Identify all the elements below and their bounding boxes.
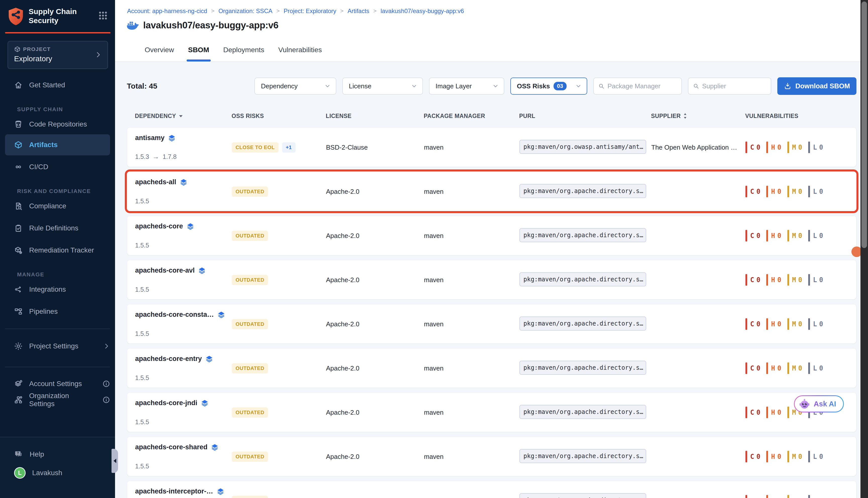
sidebar-item-organization-settings[interactable]: Organization Settings [0, 392, 115, 408]
vuln-critical: C0 [746, 318, 760, 330]
table-row[interactable]: apacheds-core-avl 1.5.5 OUTDATED Apache-… [127, 260, 856, 300]
license-value: Apache-2.0 [326, 276, 424, 284]
sidebar-item-label: Project Settings [29, 342, 78, 350]
app-title: Supply Chain Security [29, 7, 81, 25]
collapse-arrow-icon [114, 459, 116, 463]
purl-pill[interactable]: pkg:maven/org.apache.directory.s… [519, 184, 646, 198]
breadcrumb-organization[interactable]: Organization: SSCA [219, 8, 272, 15]
purl-pill[interactable]: pkg:maven/org.apache.directory.s… [519, 361, 646, 375]
purl-pill[interactable]: pkg:maven/org.apache.directory.s… [519, 449, 646, 463]
section-supply-chain: SUPPLY CHAIN [17, 106, 115, 113]
sidebar-item-code-repositories[interactable]: Code Repositories [0, 116, 115, 132]
risk-badge: OUTDATED [232, 363, 268, 374]
vuln-low: L0 [808, 186, 823, 197]
breadcrumb-artifact-name[interactable]: lavakush07/easy-buggy-app:v6 [380, 8, 464, 15]
table-row[interactable]: apacheds-interceptor-… 1.5.5 OUTDATED Ap… [127, 481, 856, 498]
dependency-name[interactable]: apacheds-core-avl [135, 266, 195, 274]
column-dependency[interactable]: DEPENDENCY [135, 113, 232, 119]
package-manager-value: maven [424, 320, 519, 328]
sidebar-item-rule-definitions[interactable]: Rule Definitions [0, 220, 115, 236]
app-switcher-grid-icon[interactable] [98, 11, 108, 22]
table-row[interactable]: apacheds-core-jndi 1.5.5 OUTDATED Apache… [127, 392, 856, 432]
license-value: Apache-2.0 [326, 497, 424, 498]
oss-risks-cell: OUTDATED [232, 451, 326, 462]
table-row[interactable]: apacheds-core-consta… 1.5.5 OUTDATED Apa… [127, 304, 856, 344]
column-purl[interactable]: PURL [519, 113, 651, 119]
purl-pill[interactable]: pkg:maven/org.apache.directory.s… [519, 228, 646, 242]
scrollbar-thumb[interactable] [861, 1, 867, 248]
sidebar-collapse-handle[interactable] [112, 449, 118, 473]
risk-badge: OUTDATED [232, 496, 268, 498]
sidebar-item-cicd[interactable]: CI/CD [0, 159, 115, 175]
dependency-name[interactable]: apacheds-core-consta… [135, 311, 214, 318]
download-sbom-button[interactable]: Download SBOM [777, 77, 856, 95]
table-row[interactable]: apacheds-core-shared 1.5.5 OUTDATED Apac… [127, 436, 856, 476]
column-oss-risks[interactable]: OSS RISKS [232, 113, 326, 119]
info-icon[interactable] [103, 380, 110, 388]
package-manager-value: maven [424, 365, 519, 372]
purl-pill[interactable]: pkg:maven/org.apache.directory.s… [519, 405, 646, 419]
dependency-name[interactable]: apacheds-core-jndi [135, 399, 197, 407]
license-filter-dropdown[interactable]: License [342, 78, 423, 95]
dependency-version: 1.5.5 [135, 242, 232, 249]
download-sbom-label: Download SBOM [795, 82, 850, 90]
purl-pill[interactable]: pkg:maven/org.owasp.antisamy/ant… [519, 140, 646, 154]
image-layer-filter-dropdown[interactable]: Image Layer [429, 78, 504, 95]
dependency-name[interactable]: apacheds-core [135, 222, 183, 230]
column-license[interactable]: LICENSE [326, 113, 424, 119]
supply-chain-security-logo-icon [8, 7, 24, 27]
supplier-search[interactable] [688, 78, 771, 95]
package-manager-input[interactable] [608, 82, 677, 90]
table-row[interactable]: apacheds-all 1.5.5 OUTDATED Apache-2.0 m… [127, 171, 856, 211]
scrollbar-track[interactable] [860, 0, 868, 498]
tab-overview[interactable]: Overview [145, 43, 174, 62]
dependency-name[interactable]: antisamy [135, 134, 165, 142]
tab-vulnerabilities[interactable]: Vulnerabilities [278, 43, 322, 62]
purl-pill[interactable]: pkg:maven/org.apache.directory.s… [519, 272, 646, 286]
ask-ai-button[interactable]: Ask AI [794, 395, 844, 412]
sidebar-item-help[interactable]: ? Help [0, 446, 115, 462]
vuln-high: H0 [766, 230, 781, 241]
sidebar-item-account-settings[interactable]: Account Settings [0, 376, 115, 392]
sidebar-item-integrations[interactable]: Integrations [0, 281, 115, 298]
column-supplier[interactable]: SUPPLIER [651, 113, 745, 119]
layers-icon [217, 488, 224, 495]
sidebar-item-label: Get Started [29, 81, 65, 89]
breadcrumb-artifacts[interactable]: Artifacts [348, 8, 370, 15]
sidebar-item-project-settings[interactable]: Project Settings [0, 338, 115, 354]
supplier-value: The Open Web Application … [651, 144, 746, 152]
sidebar-item-label: Pipelines [29, 307, 58, 315]
purl-pill[interactable]: pkg:maven/org.apache.directory.s… [519, 493, 646, 498]
supplier-input[interactable] [702, 82, 766, 90]
sidebar-item-pipelines[interactable]: Pipelines [0, 303, 115, 319]
code-repo-icon [14, 120, 23, 129]
table-row[interactable]: apacheds-core-entry 1.5.5 OUTDATED Apach… [127, 348, 856, 388]
project-selector[interactable]: PROJECT Exploratory [8, 41, 108, 69]
breadcrumb-account[interactable]: Account: app-harness-ng-cicd [127, 8, 207, 15]
dependency-filter-dropdown[interactable]: Dependency [255, 78, 336, 95]
breadcrumb-project[interactable]: Project: Exploratory [284, 8, 336, 15]
sidebar-item-artifacts[interactable]: Artifacts [5, 134, 110, 155]
page-header: Account: app-harness-ng-cicd > Organizat… [115, 0, 868, 62]
column-package-manager[interactable]: PACKAGE MANAGER [424, 113, 519, 119]
sidebar-item-remediation-tracker[interactable]: Remediation Tracker [0, 242, 115, 258]
dependency-name[interactable]: apacheds-core-shared [135, 443, 207, 451]
dependency-name[interactable]: apacheds-interceptor-… [135, 487, 213, 495]
purl-pill[interactable]: pkg:maven/org.apache.directory.s… [519, 316, 646, 331]
table-row[interactable]: antisamy 1.5.3→1.7.8 CLOSE TO EOL+1 BSD-… [127, 127, 856, 167]
user-menu[interactable]: L Lavakush [0, 465, 115, 481]
tab-deployments[interactable]: Deployments [223, 43, 264, 62]
table-row[interactable]: apacheds-core 1.5.5 OUTDATED Apache-2.0 … [127, 215, 856, 255]
sidebar-item-compliance[interactable]: Compliance [0, 198, 115, 214]
package-manager-search[interactable] [593, 78, 682, 95]
vuln-low: L0 [808, 230, 823, 241]
info-icon[interactable] [103, 396, 110, 404]
more-risks-badge[interactable]: +1 [282, 142, 296, 153]
dependency-name[interactable]: apacheds-all [135, 178, 176, 186]
tab-sbom[interactable]: SBOM [188, 43, 209, 62]
sidebar-item-get-started[interactable]: Get Started [0, 77, 115, 93]
oss-risks-filter-dropdown[interactable]: OSS Risks 03 [510, 78, 587, 95]
dependency-name[interactable]: apacheds-core-entry [135, 355, 202, 363]
filter-label: License [349, 82, 372, 90]
column-vulnerabilities[interactable]: VULNERABILITIES [745, 113, 856, 119]
